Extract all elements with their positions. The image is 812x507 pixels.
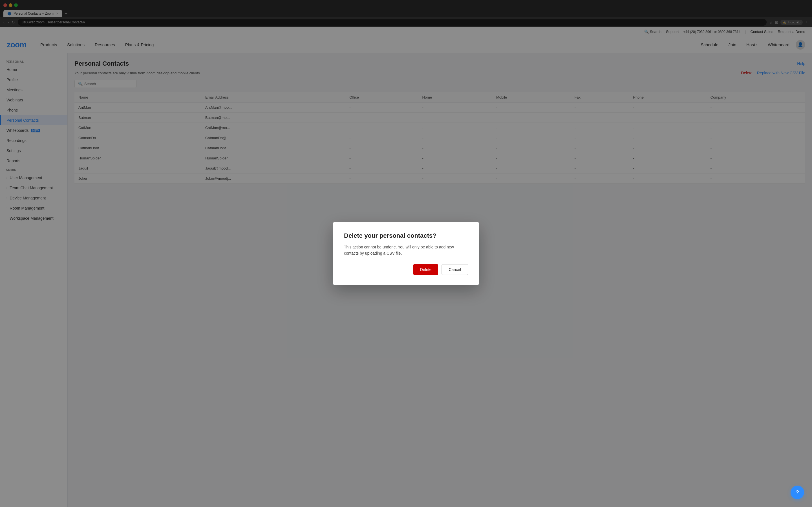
cancel-button[interactable]: Cancel (442, 264, 468, 275)
support-chat-bubble[interactable]: ? (791, 486, 804, 499)
modal-backdrop: Delete your personal contacts? This acti… (0, 0, 812, 507)
confirm-delete-button[interactable]: Delete (413, 264, 438, 275)
modal-footer: Delete Cancel (344, 264, 468, 275)
delete-confirmation-modal: Delete your personal contacts? This acti… (333, 222, 479, 285)
support-icon: ? (796, 489, 799, 496)
modal-body: This action cannot be undone. You will o… (344, 244, 468, 257)
modal-title: Delete your personal contacts? (344, 232, 468, 239)
